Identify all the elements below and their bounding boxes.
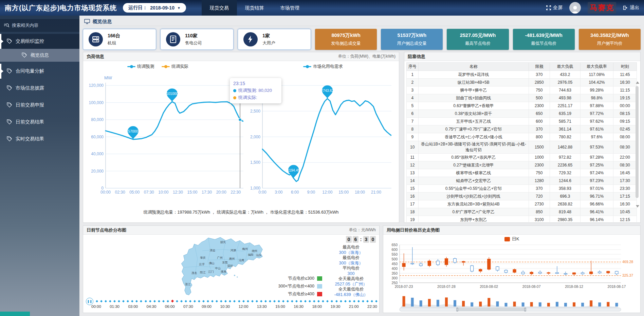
time-marker[interactable] — [362, 300, 364, 302]
city-label[interactable]: 梅州 — [242, 247, 248, 251]
time-marker[interactable] — [317, 300, 320, 302]
time-marker[interactable] — [260, 300, 262, 302]
time-marker[interactable] — [180, 300, 183, 302]
username[interactable]: 马赛克 — [588, 2, 616, 14]
sidebar-item-5[interactable]: 日前交易申报 — [0, 98, 79, 113]
time-marker[interactable] — [278, 300, 280, 302]
time-marker[interactable] — [371, 300, 373, 302]
sidebar-item-3[interactable]: 合同电量分解 — [0, 64, 79, 79]
time-marker[interactable] — [291, 300, 293, 302]
city-label[interactable]: 汕尾 — [239, 258, 244, 262]
time-marker[interactable] — [287, 300, 289, 302]
time-marker[interactable] — [113, 300, 116, 302]
time-marker[interactable] — [353, 300, 355, 302]
city-label[interactable]: 阳江 — [200, 271, 206, 274]
time-marker[interactable] — [105, 300, 107, 302]
table-row[interactable]: 1花罗甲线+花泮线370433.2117.08%11:45 — [407, 71, 637, 79]
time-marker[interactable] — [282, 300, 284, 302]
time-marker[interactable] — [322, 300, 324, 302]
table-row[interactable]: 14鲲鼎甲乙+交宏甲乙12801244.697.23%17:30 — [407, 177, 637, 185]
stat-value[interactable]: 300（珠海） — [324, 250, 378, 256]
time-marker[interactable] — [344, 300, 347, 302]
time-marker[interactable] — [264, 300, 267, 302]
city-label[interactable]: 东莞 — [222, 261, 228, 264]
sidebar-search-input[interactable]: 搜索相关内容 — [0, 19, 79, 32]
time-marker[interactable] — [127, 300, 129, 302]
sidebar-item-1[interactable]: 交易组织监控 — [0, 34, 79, 49]
table-row[interactable]: 50.63*蓥狮甲乙+香顺甲23002251.1797.88%00:00 — [407, 102, 637, 110]
time-marker[interactable] — [269, 300, 271, 302]
city-label[interactable]: 惠州 — [229, 257, 235, 260]
table-row[interactable]: 17东方换流站2B+3B+紫荆站4B27302638.8296.66%16:30 — [407, 200, 637, 208]
city-label[interactable]: 珠海 — [221, 270, 226, 273]
nav-tab-1[interactable]: 现货交易 — [202, 0, 237, 16]
city-label[interactable]: 深圳 — [227, 264, 233, 268]
table-row[interactable]: 7五开甲线+五开乙线600585.7197.62%09:15 — [407, 118, 637, 125]
nav-tab-2[interactable]: 现货结算 — [237, 0, 272, 16]
time-marker[interactable] — [211, 300, 214, 302]
scroll-down-arrow[interactable] — [636, 205, 639, 208]
nav-tab-3[interactable]: 市场管理 — [272, 0, 308, 16]
run-date-select[interactable]: 运行日： 2018-09-10 ▼ — [123, 3, 186, 13]
time-marker[interactable] — [220, 300, 222, 302]
time-marker[interactable] — [357, 300, 360, 302]
time-marker[interactable] — [185, 300, 187, 302]
legend-item[interactable]: 统调预测 — [127, 64, 154, 70]
time-marker[interactable] — [256, 300, 258, 302]
time-marker[interactable] — [100, 300, 103, 302]
current-time-marker[interactable] — [171, 300, 174, 302]
city-label[interactable]: 中山 — [215, 266, 221, 270]
logout-button[interactable]: 退出 — [623, 5, 639, 11]
pause-button[interactable]: ❚❚ — [86, 298, 93, 305]
time-marker[interactable] — [242, 300, 245, 302]
legend-item[interactable]: 统调实际 — [162, 64, 188, 70]
city-label[interactable]: 云浮 — [199, 262, 205, 266]
load-forecast-chart[interactable]: 020,00040,00060,00080,000100,000120,0000… — [85, 71, 247, 199]
stat-value[interactable]: 300 — [324, 271, 378, 277]
table-row[interactable]: 110.85*崇秋甲乙+崇风甲乙1000972.8297.28%22:00 — [407, 154, 637, 161]
time-marker[interactable] — [202, 300, 205, 302]
table-row[interactable]: 180.6*广厚甲乙+广化甲乙850819.4896.41%10:45 — [407, 208, 637, 216]
legend-item[interactable]: 市场化用电需求 — [303, 64, 343, 70]
city-label[interactable]: 潮州 — [252, 249, 257, 253]
fullscreen-button[interactable]: 全屏 — [546, 5, 563, 11]
table-row[interactable]: 2纵江站3B+4B+5B28502976.05104.42%16:30 — [407, 79, 637, 86]
city-label[interactable]: 肇庆 — [200, 256, 206, 259]
time-marker[interactable] — [118, 300, 120, 302]
time-marker[interactable] — [295, 300, 298, 302]
brush-thumb[interactable] — [457, 308, 525, 311]
mini-volume-chart[interactable] — [384, 293, 641, 313]
time-marker[interactable] — [238, 300, 240, 302]
time-marker[interactable] — [349, 300, 351, 302]
time-marker[interactable] — [375, 300, 378, 302]
time-marker[interactable] — [366, 300, 369, 302]
stat-value[interactable]: -481.639（佛山） — [324, 292, 378, 298]
city-label[interactable]: 汕头 — [256, 253, 262, 257]
time-marker[interactable] — [309, 300, 311, 302]
brush-handle[interactable] — [524, 308, 526, 312]
city-label[interactable]: 河源 — [231, 249, 236, 252]
brush-handle[interactable] — [456, 308, 458, 312]
city-label[interactable]: 茂名 — [191, 271, 197, 275]
daily-k-legend-swatch[interactable] — [504, 237, 510, 241]
scroll-up-arrow[interactable] — [636, 81, 639, 84]
time-marker[interactable] — [313, 300, 315, 302]
time-marker[interactable] — [340, 300, 342, 302]
city-label[interactable]: 揭阳 — [248, 253, 254, 256]
table-row[interactable]: 60.38*崇文站3B+霞千650635.1997.72%08:15 — [407, 110, 637, 118]
time-marker[interactable] — [109, 300, 111, 302]
table-row[interactable]: 80.75*厂濠甲+0.75*厂濠乙+官邹370361.1497.61%02:4… — [407, 125, 637, 133]
time-marker[interactable] — [304, 300, 307, 302]
stat-value[interactable]: 300（珠海） — [324, 261, 378, 266]
time-marker[interactable] — [194, 300, 196, 302]
time-marker[interactable] — [135, 300, 138, 302]
time-marker[interactable] — [131, 300, 133, 302]
time-marker[interactable] — [149, 300, 151, 302]
time-marker[interactable] — [331, 300, 333, 302]
table-row[interactable]: 150.55*汕金甲+0.55*汕金乙+官邹370358.9397.01%23:… — [407, 185, 637, 193]
city-label[interactable]: 韶关 — [220, 240, 226, 244]
table-row[interactable]: 19东荆甲+东荆乙31002980.3596.14%12:15 — [407, 216, 637, 224]
time-marker[interactable] — [300, 300, 302, 302]
stat-value[interactable]: 2527.05（广州） — [324, 282, 378, 287]
time-marker[interactable] — [247, 300, 249, 302]
